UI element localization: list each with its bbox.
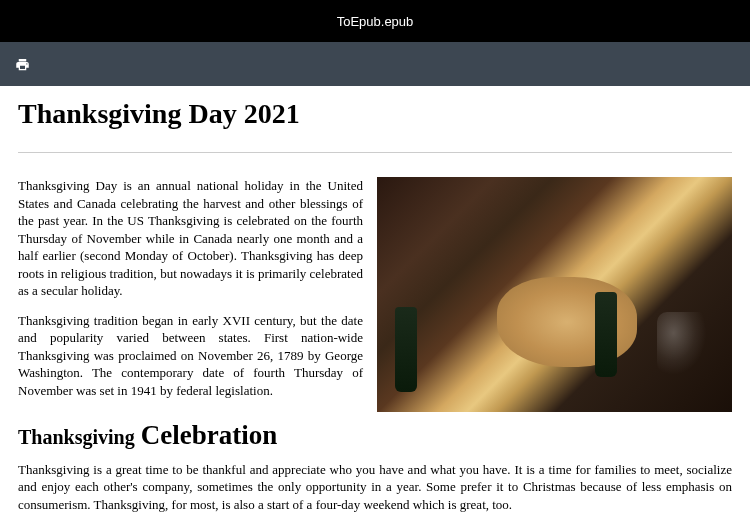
subheading-word-2: Celebration bbox=[141, 420, 277, 450]
subheading-word-1: Thanksgiving bbox=[18, 426, 135, 448]
divider bbox=[18, 152, 732, 153]
thanksgiving-dinner-image bbox=[377, 177, 732, 412]
section-heading-celebration: Thanksgiving Celebration bbox=[18, 420, 732, 451]
print-icon bbox=[15, 57, 30, 72]
titlebar: ToEpub.epub bbox=[0, 0, 750, 42]
paragraph-3: Thanksgiving is a great time to be thank… bbox=[18, 461, 732, 514]
document-content: Thanksgiving Day 2021 Thanksgiving Day i… bbox=[0, 86, 750, 519]
toolbar bbox=[0, 42, 750, 86]
page-title: Thanksgiving Day 2021 bbox=[18, 98, 732, 130]
print-button[interactable] bbox=[10, 52, 34, 76]
window-title: ToEpub.epub bbox=[337, 14, 414, 29]
